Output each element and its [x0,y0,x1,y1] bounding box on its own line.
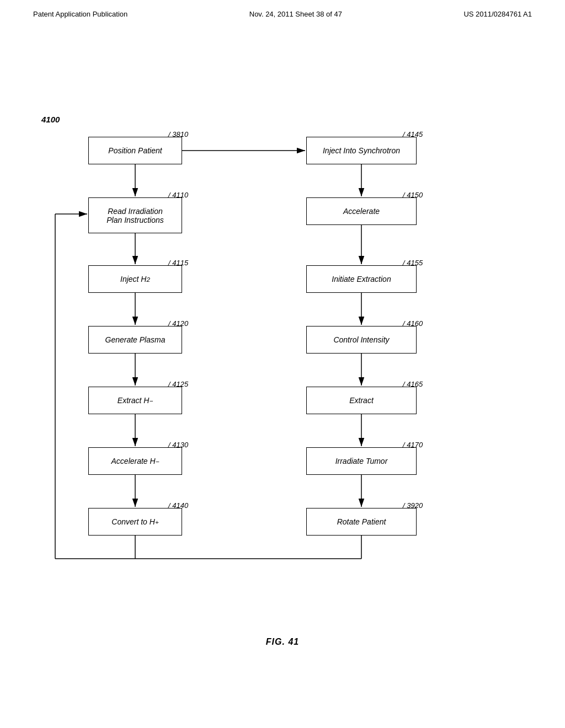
label-4170: / 4170 [403,441,423,449]
node-4165: Extract [306,387,417,414]
header-middle: Nov. 24, 2011 Sheet 38 of 47 [249,10,342,18]
header-right: US 2011/0284761 A1 [463,10,532,18]
label-4115: / 4115 [168,259,188,267]
label-4150: / 4150 [403,191,423,199]
node-3810: Position Patient [88,137,182,164]
label-4140: / 4140 [168,501,188,510]
node-4130: Accelerate H− [88,447,182,475]
node-3920: Rotate Patient [306,508,417,536]
node-4160: Control Intensity [306,326,417,354]
label-3920: / 3920 [403,501,423,510]
node-4140: Convert to H+ [88,508,182,536]
page-header: Patent Application Publication Nov. 24, … [0,0,565,18]
node-4120: Generate Plasma [88,326,182,354]
node-4145: Inject Into Synchrotron [306,137,417,164]
node-4155: Initiate Extraction [306,265,417,293]
node-4170: Irradiate Tumor [306,447,417,475]
header-left: Patent Application Publication [33,10,127,18]
node-4150: Accelerate [306,197,417,225]
node-4125: Extract H− [88,387,182,414]
label-4125: / 4125 [168,380,188,388]
node-4115: Inject H2 [88,265,182,293]
label-4110: / 4110 [168,191,188,199]
flow-arrows [0,29,565,663]
figure-caption: FIG. 41 [266,637,299,647]
label-4120: / 4120 [168,319,188,328]
label-3810: / 3810 [168,130,188,138]
diagram-area: 4100 Position Patient / 3810 Read Irradi… [0,29,565,663]
main-diagram-label: 4100 [41,115,60,124]
label-4165: / 4165 [403,380,423,388]
label-4155: / 4155 [403,259,423,267]
label-4160: / 4160 [403,319,423,328]
node-4110: Read IrradiationPlan Instructions [88,197,182,233]
label-4130: / 4130 [168,441,188,449]
label-4145: / 4145 [403,130,423,138]
